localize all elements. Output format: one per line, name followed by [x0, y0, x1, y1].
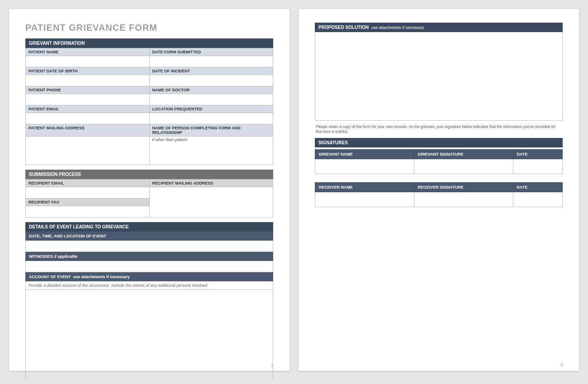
proposed-text: PROPOSED SOLUTION — [318, 25, 369, 30]
page-number-2: 2 — [560, 363, 563, 367]
section-signatures: SIGNATURES — [315, 138, 563, 147]
input-grievant-date[interactable] — [513, 159, 562, 174]
page-2: PROPOSED SOLUTION use attachments if nec… — [299, 9, 579, 371]
label-date-submitted: DATE FORM SUBMITTED — [149, 48, 273, 56]
account-text: ACCOUNT OF EVENT — [29, 275, 71, 279]
label-date-incident: DATE OF INCIDENT — [149, 67, 273, 75]
label-date-time-loc: DATE, TIME, AND LOCATION OF EVENT — [25, 232, 273, 241]
input-patient-email[interactable] — [26, 113, 150, 124]
head-grievant-date: DATE — [513, 150, 562, 159]
label-location: LOCATION FREQUENTED — [149, 105, 273, 113]
label-recip-mailing: RECIPIENT MAILING ADDRESS — [149, 180, 273, 187]
input-recip-mailing[interactable] — [149, 187, 273, 218]
label-patient-name: PATIENT NAME — [26, 48, 150, 56]
input-account[interactable] — [25, 290, 273, 380]
section-submission: SUBMISSION PROCESS — [25, 170, 273, 179]
label-recip-fax: RECIPIENT FAX — [26, 199, 150, 206]
input-proposed[interactable] — [315, 32, 563, 121]
witnesses-sub: if applicable — [54, 254, 78, 259]
input-grievant-name[interactable] — [315, 159, 414, 174]
form-title: PATIENT GRIEVANCE FORM — [25, 23, 273, 33]
input-recip-fax[interactable] — [26, 206, 150, 218]
proposed-sub: use attachments if necessary — [371, 25, 424, 30]
label-completing: NAME OF PERSON COMPLETING FORM AND RELAT… — [149, 124, 273, 137]
label-patient-email: PATIENT EMAIL — [26, 105, 150, 113]
label-account: ACCOUNT OF EVENT use attachments if nece… — [25, 272, 273, 281]
disclaimer-text: Please retain a copy of this form for yo… — [316, 124, 562, 134]
page-number-1: 1 — [271, 363, 273, 367]
label-patient-dob: PATIENT DATE OF BIRTH — [26, 67, 150, 75]
input-doctor[interactable] — [149, 94, 273, 105]
input-location[interactable] — [149, 113, 273, 124]
head-receiver-name: RECEIVER NAME — [315, 183, 414, 192]
head-receiver-date: DATE — [513, 183, 562, 192]
grievant-table: PATIENT NAMEDATE FORM SUBMITTED PATIENT … — [25, 48, 273, 165]
input-receiver-sig[interactable] — [414, 192, 513, 207]
witnesses-text: WITNESSES — [29, 254, 53, 259]
receiver-sig-table: RECEIVER NAME RECEIVER SIGNATURE DATE — [315, 182, 563, 207]
input-recip-email[interactable] — [26, 187, 150, 199]
input-patient-dob[interactable] — [26, 75, 150, 86]
input-patient-name[interactable] — [26, 56, 150, 67]
section-proposed: PROPOSED SOLUTION use attachments if nec… — [315, 23, 563, 32]
input-mailing[interactable] — [26, 137, 150, 165]
input-witnesses[interactable] — [25, 261, 273, 272]
page-1: PATIENT GRIEVANCE FORM GRIEVANT INFORMAT… — [9, 9, 289, 371]
input-completing[interactable]: if other than patient: — [149, 137, 273, 165]
label-recip-email: RECIPIENT EMAIL — [26, 180, 150, 187]
input-receiver-name[interactable] — [315, 192, 414, 207]
submission-table: RECIPIENT EMAILRECIPIENT MAILING ADDRESS… — [25, 179, 273, 218]
label-witnesses: WITNESSES if applicable — [25, 252, 273, 261]
label-doctor: NAME OF DOCTOR — [149, 86, 273, 94]
input-patient-phone[interactable] — [26, 94, 150, 105]
input-receiver-date[interactable] — [513, 192, 562, 207]
input-date-submitted[interactable] — [149, 56, 273, 67]
head-receiver-sig: RECEIVER SIGNATURE — [414, 183, 513, 192]
account-sub: use attachments if necessary — [73, 275, 130, 279]
head-grievant-sig: GRIEVANT SIGNATURE — [414, 150, 513, 159]
input-grievant-sig[interactable] — [414, 159, 513, 174]
label-mailing: PATIENT MAILING ADDRESS — [26, 124, 150, 137]
section-grievant-info: GRIEVANT INFORMATION — [25, 38, 273, 48]
account-hint: Provide a detailed account of the occurr… — [25, 281, 273, 290]
section-details: DETAILS OF EVENT LEADING TO GRIEVANCE — [25, 222, 273, 232]
grievant-sig-table: GRIEVANT NAME GRIEVANT SIGNATURE DATE — [315, 149, 563, 174]
input-date-time-loc[interactable] — [25, 241, 273, 252]
label-patient-phone: PATIENT PHONE — [26, 86, 150, 94]
input-date-incident[interactable] — [149, 75, 273, 86]
head-grievant-name: GRIEVANT NAME — [315, 150, 414, 159]
